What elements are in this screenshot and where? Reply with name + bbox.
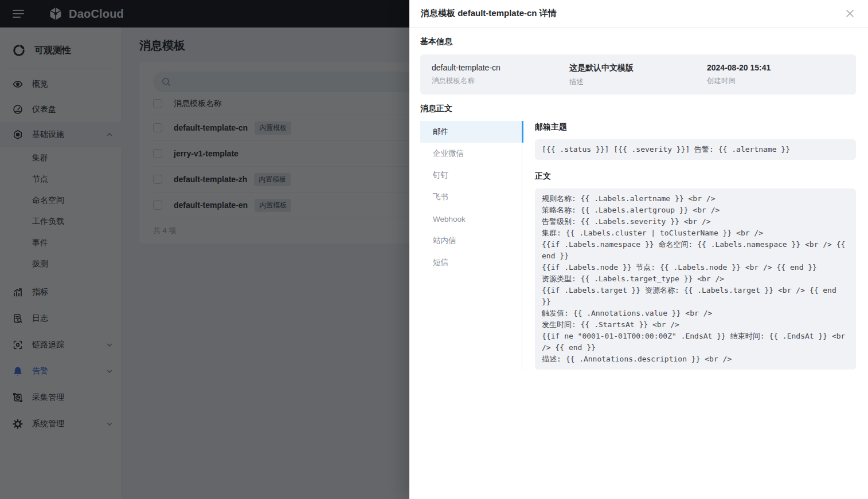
- email-subject-value: [{{ .status }}] [{{ .severity }}] 告警: {{…: [535, 139, 856, 160]
- close-icon[interactable]: [843, 7, 857, 20]
- info-value: 这是默认中文模版: [569, 63, 707, 73]
- tab-sms[interactable]: 短信: [420, 252, 522, 273]
- template-detail-drawer: 消息模板 default-template-cn 详情 基本信息 default…: [409, 0, 868, 499]
- info-value: 2024-08-20 15:41: [707, 63, 844, 72]
- email-subject-label: 邮箱主题: [535, 122, 856, 132]
- tab-dingtalk[interactable]: 钉钉: [420, 164, 522, 186]
- drawer-title: 消息模板 default-template-cn 详情: [421, 8, 557, 19]
- app-root: DaoCloud 可观测性 概览: [0, 0, 868, 499]
- basic-info-section-label: 基本信息: [420, 37, 856, 47]
- info-label: 消息模板名称: [432, 76, 569, 86]
- info-value: default-template-cn: [432, 63, 569, 72]
- info-col-created-time: 2024-08-20 15:41 创建时间: [707, 63, 844, 87]
- tab-wecom[interactable]: 企业微信: [420, 143, 522, 164]
- drawer-header: 消息模板 default-template-cn 详情: [409, 0, 868, 27]
- message-body-panel: 邮件 企业微信 钉钉 飞书 Webhook 站内信 短信 邮箱主题 [{{ .s…: [420, 121, 856, 371]
- tab-email[interactable]: 邮件: [420, 121, 522, 143]
- email-body-value: 规则名称: {{ .Labels.alertname }} <br /> 策略名…: [535, 188, 856, 370]
- email-template-pane: 邮箱主题 [{{ .status }}] [{{ .severity }}] 告…: [522, 121, 856, 371]
- tab-feishu[interactable]: 飞书: [420, 186, 522, 208]
- info-label: 描述: [569, 77, 707, 87]
- drawer-body: 基本信息 default-template-cn 消息模板名称 这是默认中文模版…: [409, 37, 868, 382]
- basic-info-card: default-template-cn 消息模板名称 这是默认中文模版 描述 2…: [420, 54, 856, 95]
- info-col-description: 这是默认中文模版 描述: [569, 63, 707, 87]
- email-body-label: 正文: [535, 171, 856, 182]
- message-body-section-label: 消息正文: [420, 104, 856, 114]
- tab-sitemessage[interactable]: 站内信: [420, 230, 522, 252]
- info-label: 创建时间: [707, 76, 844, 86]
- tab-webhook[interactable]: Webhook: [420, 208, 522, 230]
- info-col-name: default-template-cn 消息模板名称: [432, 63, 569, 87]
- channel-tabs: 邮件 企业微信 钉钉 飞书 Webhook 站内信 短信: [420, 121, 522, 371]
